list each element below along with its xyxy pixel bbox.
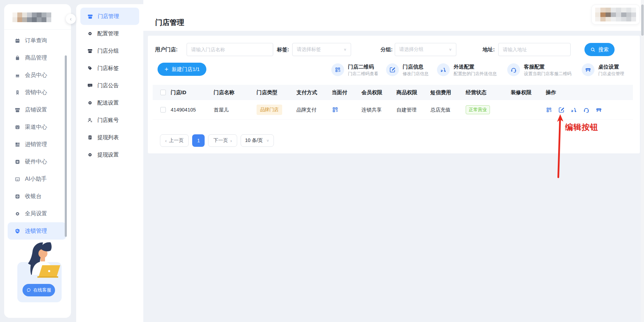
secondary-nav: 门店管理 配置管理 门店分组 门店标签 门店公告 配送设置 [76,4,143,167]
chevron-down-icon: ∨ [266,138,269,142]
comment-icon [87,83,93,88]
shortcut-store-qrcode[interactable]: 门店二维码 门店二维码查看 [331,63,378,77]
submenu-item-store-notice[interactable]: 门店公告 [80,77,139,94]
store-name-input[interactable] [187,43,273,56]
chevron-left-icon: ‹ [70,16,72,22]
sidebar-item-label: 进销管理 [25,141,47,148]
next-page-label: 下一页 [213,137,228,144]
robot-icon [15,176,20,182]
primary-nav: 订单查询 商品管理 会员中心 营销中心 店铺设置 渠道中心 [8,32,66,240]
sidebar-item-hardware[interactable]: 硬件中心 [8,153,66,170]
col-store-id: 门店ID [171,89,214,96]
group-select[interactable]: 请选择分组 ∨ [395,43,456,56]
shortcut-table-settings[interactable]: 桌位设置 门店桌位管理 [582,63,624,77]
shortcut-subtitle: 门店桌位管理 [598,71,624,77]
app-window: 订单查询 商品管理 会员中心 营销中心 店铺设置 渠道中心 [0,0,644,322]
page-scrollbar-thumb[interactable] [641,5,644,36]
submenu-item-config-management[interactable]: 配置管理 [80,25,139,42]
chevron-left-icon: ‹ [165,138,167,143]
submenu-item-store-accounts[interactable]: 门店账号 [80,111,139,129]
cell-store-name: 首屋儿 [214,107,257,113]
select-all-checkbox[interactable] [160,90,166,95]
submenu-item-label: 门店标签 [97,65,119,72]
gear-icon [87,152,93,158]
face-pay-qrcode-icon[interactable] [332,106,361,113]
sidebar-item-label: 收银台 [25,193,42,200]
secondary-sidebar: 门店管理 配置管理 门店分组 门店标签 门店公告 配送设置 [76,4,143,322]
shortcut-title: 门店信息 [403,63,429,70]
page-size-select[interactable]: 10 条/页 ∨ [241,134,274,147]
tag-select[interactable]: 请选择标签 ∨ [292,43,351,56]
submenu-item-store-groups[interactable]: 门店分组 [80,42,139,60]
sidebar-item-orders[interactable]: 订单查询 [8,32,66,49]
shortcut-subtitle: 修改门店信息 [403,71,429,77]
prev-page-button[interactable]: ‹ 上一页 [160,134,189,147]
status-badge: 正常营业 [466,105,490,114]
current-page-button[interactable]: 1 [192,134,205,147]
storefront-icon [87,48,93,54]
shortcut-subtitle: 设置当前门店客服二维码 [524,71,572,77]
sidebar-item-global-settings[interactable]: 全局设置 [8,205,66,222]
page-scrollbar[interactable] [641,0,644,322]
sidebar-item-label: 会员中心 [25,72,47,79]
cell-sms-fee: 总店充值 [430,107,466,113]
online-service-button[interactable]: 在线客服 [23,284,55,296]
shortcut-delivery-config[interactable]: 外送配置 配置您的门店外送信息 [437,63,497,77]
sidebar-collapse-button[interactable]: ‹ [66,14,76,24]
sidebar-item-label: 连锁管理 [25,227,47,235]
sidebar-item-shop-settings[interactable]: 店铺设置 [8,101,66,118]
sidebar-item-cashier[interactable]: 收银台 [8,188,66,205]
service-action-icon[interactable] [583,107,590,113]
crown-icon [15,72,20,78]
calendar-icon [15,38,20,44]
sidebar-item-chain-management[interactable]: 连锁管理 [8,222,66,240]
shortcut-service-config[interactable]: 客服配置 设置当前门店客服二维码 [507,63,572,77]
shortcut-store-info[interactable]: 门店信息 修改门店信息 [386,63,429,77]
submenu-item-withdrawal-list[interactable]: 提现列表 [80,129,139,146]
submenu-item-delivery-settings[interactable]: 配送设置 [80,94,139,111]
delivery-action-icon[interactable] [571,107,577,113]
col-actions: 操作 [546,89,633,96]
shortcut-title: 门店二维码 [348,63,378,70]
col-status: 经营状态 [466,89,511,96]
filter-group-label: 分组: [381,43,393,56]
tag-icon [87,65,93,71]
sidebar-item-ai-assistant[interactable]: AI小助手 [8,170,66,188]
row-checkbox[interactable] [160,107,166,113]
avatar-mosaic [595,8,636,21]
row-actions [546,107,633,113]
search-button[interactable]: 搜索 [584,43,615,56]
new-store-button-label: 新建门店1/1 [172,66,200,73]
sidebar-item-channels[interactable]: 渠道中心 [8,118,66,136]
submenu-item-store-tags[interactable]: 门店标签 [80,60,139,77]
table-action-icon[interactable] [596,107,602,113]
document-icon [87,135,93,140]
page-size-label: 10 条/页 [245,137,263,144]
sidebar-item-members[interactable]: 会员中心 [8,66,66,84]
edit-action-icon[interactable] [558,107,565,113]
qrcode-icon [331,63,344,76]
qrcode-action-icon[interactable] [546,107,552,113]
sidebar-item-label: 订单查询 [25,37,47,44]
sidebar-item-marketing[interactable]: 营销中心 [8,84,66,101]
sidebar-scrollbar[interactable] [65,55,67,237]
online-service-label: 在线客服 [33,287,51,293]
chat-bubble-icon [26,288,31,293]
tag-select-placeholder: 请选择标签 [297,46,321,53]
cell-product-perm: 自建管理 [396,107,430,113]
channel-icon [15,124,20,130]
pagination: ‹ 上一页 1 下一页 › 10 条/页 ∨ [160,134,274,147]
address-input[interactable] [498,43,571,56]
submenu-item-store-management[interactable]: 门店管理 [80,8,139,25]
storefront-icon [15,107,20,113]
col-sms-fee: 短信费用 [430,89,466,96]
new-store-button[interactable]: 新建门店1/1 [158,63,206,76]
sidebar-item-products[interactable]: 商品管理 [8,49,66,66]
sidebar-item-inventory[interactable]: 进销管理 [8,136,66,153]
submenu-item-withdrawal-settings[interactable]: 提现设置 [80,146,139,163]
col-payment: 支付方式 [296,89,332,96]
user-account-blurred[interactable] [591,5,640,25]
scooter-icon [437,63,450,76]
next-page-button[interactable]: 下一页 › [208,134,237,147]
submenu-item-label: 门店公告 [97,82,119,89]
